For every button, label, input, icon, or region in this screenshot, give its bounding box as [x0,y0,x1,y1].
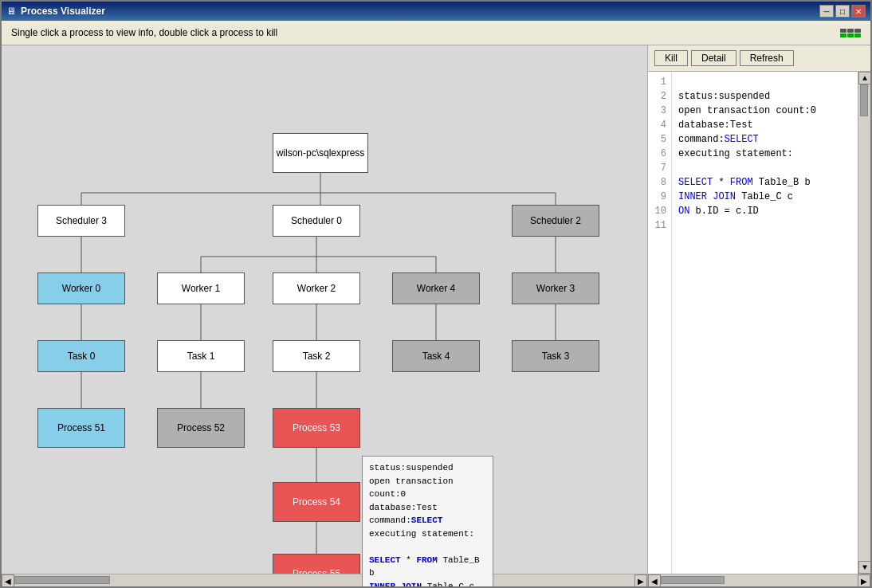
node-process-53[interactable]: Process 53 [273,408,360,448]
node-worker-1[interactable]: Worker 1 [157,272,245,304]
task-0-label: Task 0 [68,351,96,362]
tooltip-line-6 [369,540,486,554]
code-line-11 [678,234,684,245]
line-num-6: 6 [653,147,666,161]
icon-rows [840,29,861,37]
code-line-6 [678,163,684,174]
process-53-label: Process 53 [293,422,340,433]
node-task-0[interactable]: Task 0 [37,340,125,372]
line-num-10: 10 [653,204,666,218]
main-content: wilson-pc\sqlexpress Scheduler 3 Schedul… [2,45,870,586]
node-task-2[interactable]: Task 2 [273,340,360,372]
worker-2-label: Worker 2 [297,283,336,294]
tooltip-line-5: executing statement: [369,527,486,541]
task-1-label: Task 1 [187,351,215,362]
code-panel: 1 2 3 4 5 6 7 8 9 10 11 status:suspended… [648,72,870,574]
code-line-7: SELECT * FROM Table_B b [678,177,811,188]
code-line-3: database:Test [678,120,753,131]
refresh-button[interactable]: Refresh [740,50,794,66]
instruction-text: Single click a process to view info, dou… [11,27,277,38]
window-controls: ─ □ ✕ [819,5,866,18]
icon-dot-green-2 [847,33,854,37]
node-root-label: wilson-pc\sqlexpress [277,147,365,159]
process-54-label: Process 54 [293,496,340,508]
code-line-4: command:SELECT [678,134,759,145]
node-worker-4[interactable]: Worker 4 [392,272,480,304]
node-scheduler-0[interactable]: Scheduler 0 [273,205,360,237]
icon-row-2 [840,33,861,37]
scheduler-0-label: Scheduler 0 [291,215,342,226]
node-process-54[interactable]: Process 54 [273,482,360,522]
tree-container[interactable]: wilson-pc\sqlexpress Scheduler 3 Schedul… [2,45,647,586]
minimize-button[interactable]: ─ [819,5,834,18]
line-num-7: 7 [653,161,666,175]
code-scroll-up[interactable]: ▲ [858,72,870,84]
code-line-8: INNER JOIN Table_C c [678,191,793,202]
node-worker-2[interactable]: Worker 2 [273,272,360,304]
main-window: 🖥 Process Visualizer ─ □ ✕ Single click … [0,0,872,588]
right-scroll-track[interactable] [661,574,858,586]
app-icon [840,29,861,37]
worker-0-label: Worker 0 [62,283,100,294]
line-num-5: 5 [653,132,666,147]
line-num-4: 4 [653,118,666,132]
icon-dot-green-1 [840,33,846,37]
kill-button[interactable]: Kill [654,50,688,66]
node-worker-0[interactable]: Worker 0 [37,272,125,304]
scroll-thumb-h[interactable] [14,576,110,584]
code-content[interactable]: status:suspended open transaction count:… [672,72,858,574]
node-root[interactable]: wilson-pc\sqlexpress [273,133,368,173]
worker-1-label: Worker 1 [182,283,220,294]
task-3-label: Task 3 [542,351,570,362]
scheduler-2-label: Scheduler 2 [530,215,581,226]
right-scroll-right[interactable]: ▶ [858,574,870,586]
line-num-9: 9 [653,190,666,204]
line-numbers: 1 2 3 4 5 6 7 8 9 10 11 [648,72,672,574]
code-line-10 [678,220,684,231]
window-title: Process Visualizer [21,6,105,17]
line-num-8: 8 [653,175,666,190]
right-scroll-thumb[interactable] [661,576,725,584]
scroll-left-arrow[interactable]: ◀ [2,574,14,586]
left-scrollbar-h: ◀ ▶ [2,574,647,586]
node-task-3[interactable]: Task 3 [512,340,599,372]
node-scheduler-2[interactable]: Scheduler 2 [512,205,599,237]
node-process-51[interactable]: Process 51 [37,408,125,448]
app-icon-small: 🖥 [6,6,16,17]
instruction-bar: Single click a process to view info, dou… [2,21,870,45]
line-num-3: 3 [653,104,666,118]
code-scroll-down[interactable]: ▼ [858,561,870,574]
icon-row-1 [840,29,861,33]
code-scroll-thumb[interactable] [860,84,868,116]
code-line-2: open transaction count:0 [678,105,816,116]
node-process-52[interactable]: Process 52 [157,408,245,448]
node-worker-3[interactable]: Worker 3 [512,272,599,304]
detail-button[interactable]: Detail [691,50,736,66]
code-scroll-track[interactable] [858,84,870,561]
tooltip-line-1: status:suspended [369,461,486,475]
maximize-button[interactable]: □ [835,5,850,18]
code-line-5: executing statement: [678,148,793,159]
worker-4-label: Worker 4 [417,283,455,294]
process-52-label: Process 52 [177,422,225,433]
process-tooltip: status:suspended open transaction count:… [362,456,493,586]
scroll-right-arrow[interactable]: ▶ [634,574,647,586]
title-bar-left: 🖥 Process Visualizer [6,6,105,17]
icon-dot-1 [840,29,846,33]
right-scrollbar-h: ◀ ▶ [648,574,870,586]
close-button[interactable]: ✕ [851,5,866,18]
task-2-label: Task 2 [303,351,331,362]
code-line-1: status:suspended [678,91,770,102]
node-scheduler-3[interactable]: Scheduler 3 [37,205,125,237]
line-num-11: 11 [653,218,666,233]
worker-3-label: Worker 3 [536,283,575,294]
right-scroll-left[interactable]: ◀ [648,574,661,586]
tooltip-line-4: command:SELECT [369,514,486,527]
node-task-1[interactable]: Task 1 [157,340,245,372]
code-line-9: ON b.ID = c.ID [678,206,759,217]
left-panel: wilson-pc\sqlexpress Scheduler 3 Schedul… [2,45,647,586]
right-panel: Kill Detail Refresh 1 2 3 4 5 6 7 8 9 10… [647,45,870,586]
scroll-track-h[interactable] [14,574,634,586]
node-task-4[interactable]: Task 4 [392,340,480,372]
process-51-label: Process 51 [57,422,105,433]
